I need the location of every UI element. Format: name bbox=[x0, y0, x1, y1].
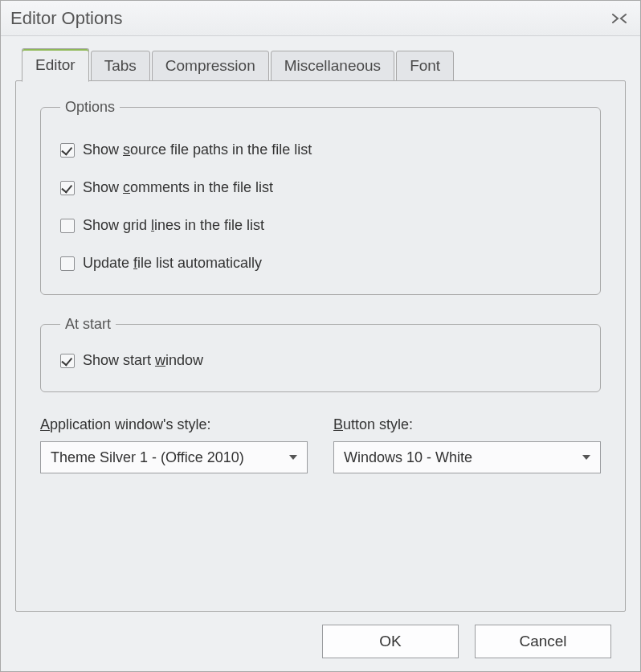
group-options-legend: Options bbox=[60, 99, 120, 116]
tab-miscellaneous[interactable]: Miscellaneous bbox=[271, 51, 394, 81]
titlebar: Editor Options bbox=[1, 1, 640, 36]
tab-strip: Editor Tabs Compression Miscellaneous Fo… bbox=[15, 47, 626, 81]
style-row: Application window's style: Theme Silver… bbox=[40, 416, 601, 473]
checkbox-label: Show start window bbox=[83, 352, 203, 369]
checkbox-label: Show grid lines in the file list bbox=[83, 217, 264, 234]
checkbox-label: Update file list automatically bbox=[83, 255, 262, 272]
checkbox-icon[interactable] bbox=[60, 354, 75, 368]
opt-show-comments[interactable]: Show comments in the file list bbox=[60, 179, 581, 196]
opt-show-grid-lines[interactable]: Show grid lines in the file list bbox=[60, 217, 581, 234]
tab-panel-editor: Options Show source file paths in the fi… bbox=[15, 80, 626, 612]
checkbox-label: Show comments in the file list bbox=[83, 179, 273, 196]
checkbox-icon[interactable] bbox=[60, 181, 75, 195]
combo-value: Theme Silver 1 - (Office 2010) bbox=[51, 449, 244, 466]
group-at-start-legend: At start bbox=[60, 316, 116, 333]
window-title: Editor Options bbox=[10, 8, 608, 29]
ok-button[interactable]: OK bbox=[322, 625, 459, 658]
opt-show-start-window[interactable]: Show start window bbox=[60, 352, 581, 369]
button-style-col: Button style: Windows 10 - White bbox=[333, 416, 601, 473]
checkbox-label: Show source file paths in the file list bbox=[83, 141, 312, 158]
tab-compression[interactable]: Compression bbox=[152, 51, 269, 81]
group-options: Options Show source file paths in the fi… bbox=[40, 99, 601, 295]
app-style-combo[interactable]: Theme Silver 1 - (Office 2010) bbox=[40, 441, 308, 473]
combo-value: Windows 10 - White bbox=[344, 449, 472, 466]
editor-options-dialog: Editor Options Editor Tabs Compression M… bbox=[0, 0, 641, 672]
app-style-label: Application window's style: bbox=[40, 416, 308, 433]
opt-show-source-paths[interactable]: Show source file paths in the file list bbox=[60, 141, 581, 158]
opt-update-file-list[interactable]: Update file list automatically bbox=[60, 255, 581, 272]
checkbox-icon[interactable] bbox=[60, 256, 75, 271]
tab-font[interactable]: Font bbox=[396, 51, 454, 81]
tab-tabs[interactable]: Tabs bbox=[91, 51, 150, 81]
checkbox-icon[interactable] bbox=[60, 219, 75, 233]
chevron-down-icon bbox=[582, 455, 590, 460]
chevron-down-icon bbox=[289, 455, 297, 460]
cancel-button[interactable]: Cancel bbox=[475, 625, 611, 658]
app-style-col: Application window's style: Theme Silver… bbox=[40, 416, 308, 473]
dialog-footer: OK Cancel bbox=[15, 612, 626, 658]
close-icon[interactable] bbox=[608, 10, 631, 27]
group-at-start: At start Show start window bbox=[40, 316, 601, 392]
tab-editor[interactable]: Editor bbox=[22, 48, 89, 82]
client-area: Editor Tabs Compression Miscellaneous Fo… bbox=[1, 36, 640, 671]
checkbox-icon[interactable] bbox=[60, 143, 75, 158]
button-style-combo[interactable]: Windows 10 - White bbox=[333, 441, 601, 473]
button-style-label: Button style: bbox=[333, 416, 601, 433]
